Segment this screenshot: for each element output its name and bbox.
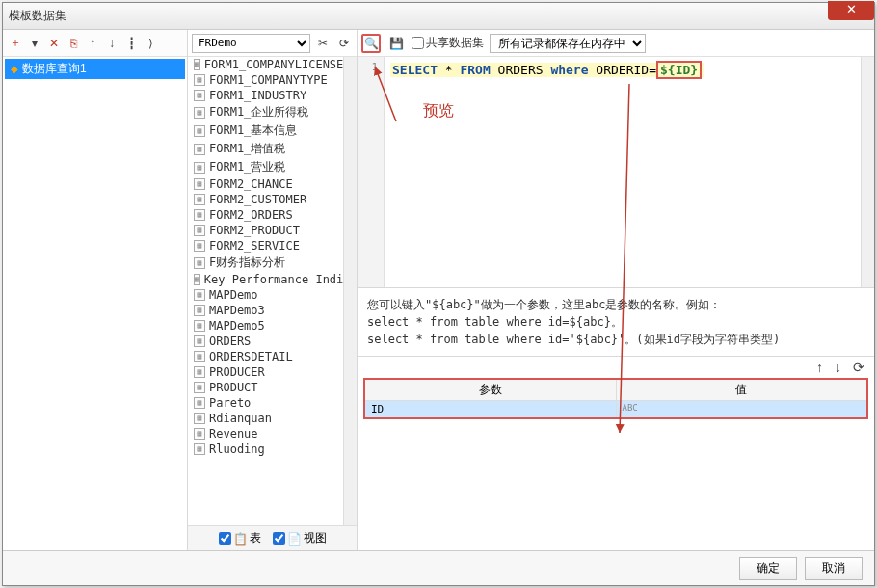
list-item[interactable]: ▦FORM1_INDUSTRY	[188, 88, 343, 103]
up-icon[interactable]: ↑	[84, 35, 101, 52]
cancel-button[interactable]: 取消	[805, 557, 863, 580]
mid-toolbar: FRDemo ✂ ⟳	[188, 30, 357, 57]
table-icon: ▦	[194, 382, 205, 393]
table-icon: ▦	[194, 320, 205, 332]
delete-icon[interactable]: ✕	[45, 35, 63, 52]
left-panel: ＋ ▾ ✕ ⎘ ↑ ↓ ┇ ⟩ ◆ 数据库查询1	[3, 30, 188, 550]
tree-item-label: 数据库查询1	[22, 61, 87, 77]
view-checkbox[interactable]: 📄视图	[273, 530, 327, 547]
param-refresh-icon[interactable]: ⟳	[853, 360, 864, 375]
share-checkbox[interactable]: 共享数据集	[412, 35, 484, 51]
list-item[interactable]: ▦PRODUCT	[188, 380, 343, 395]
list-item[interactable]: ▦ORDERSDETAIL	[188, 349, 343, 364]
down-icon[interactable]: ↓	[103, 35, 120, 52]
list-item[interactable]: ▦FORM1_增值税	[188, 140, 343, 158]
left-toolbar: ＋ ▾ ✕ ⎘ ↑ ↓ ┇ ⟩	[3, 30, 187, 57]
list-item[interactable]: ▦FORM1_基本信息	[188, 121, 343, 140]
sql-editor[interactable]: 1 SELECT * FROM ORDERS where ORDERID=${I…	[358, 57, 874, 288]
list-item[interactable]: ▦FORM2_ORDERS	[188, 207, 343, 223]
list-item[interactable]: ▦MAPDemo	[188, 287, 343, 303]
list-item[interactable]: ▦ORDERS	[188, 334, 343, 349]
list-item[interactable]: ▦FORM2_PRODUCT	[188, 223, 343, 238]
list-item[interactable]: ▦Pareto	[188, 395, 343, 411]
table-icon: ▦	[194, 178, 205, 190]
list-item[interactable]: ▦Rluoding	[188, 441, 343, 457]
cut-icon[interactable]: ✂	[314, 35, 332, 52]
param-row[interactable]: ID ABC	[365, 401, 866, 417]
list-item[interactable]: ▦FORM1_企业所得税	[188, 103, 343, 121]
table-icon: ▦	[194, 209, 205, 221]
table-icon: ▦	[194, 125, 205, 137]
param-highlight: ${ID}	[656, 61, 702, 79]
table-icon: ▦	[194, 351, 205, 362]
tree-item-selected[interactable]: ◆ 数据库查询1	[5, 59, 185, 79]
param-up-icon[interactable]: ↑	[816, 360, 823, 375]
collapse-icon[interactable]: ⟩	[142, 35, 159, 52]
save-icon[interactable]: 💾	[386, 34, 406, 53]
param-toolbar: ↑ ↓ ⟳	[358, 357, 874, 378]
table-icon: ▦	[194, 428, 205, 440]
dataset-tree: ◆ 数据库查询1	[3, 57, 187, 550]
param-down-icon[interactable]: ↓	[835, 360, 841, 375]
mid-footer: 📋表 📄视图	[188, 525, 357, 550]
list-item[interactable]: ▦FORM2_CHANCE	[188, 176, 343, 192]
table-icon: ▦	[194, 74, 205, 86]
table-icon: ▦	[194, 240, 205, 252]
settings-icon[interactable]: ┇	[122, 35, 140, 52]
mid-panel: FRDemo ✂ ⟳ ▦FORM1_COMPANYLICENSE▦FORM1_C…	[188, 30, 358, 550]
window-title: 模板数据集	[7, 8, 870, 24]
table-icon: ▦	[194, 59, 200, 70]
memory-dropdown[interactable]: 所有记录都保存在内存中	[490, 34, 646, 53]
list-item[interactable]: ▦FORM2_CUSTOMER	[188, 192, 343, 207]
dropdown-icon[interactable]: ▾	[26, 35, 43, 52]
table-icon: ▦	[194, 257, 205, 269]
dialog-footer: 确定 取消	[3, 550, 874, 585]
list-item[interactable]: ▦MAPDemo3	[188, 303, 343, 318]
line-gutter: 1	[358, 57, 385, 287]
table-checkbox[interactable]: 📋表	[219, 530, 261, 547]
scrollbar[interactable]	[343, 57, 357, 525]
sql-text[interactable]: SELECT * FROM ORDERS where ORDERID=${ID}…	[385, 57, 861, 287]
table-icon: ▦	[194, 305, 205, 316]
list-item[interactable]: ▦FORM1_COMPANYLICENSE	[188, 57, 343, 72]
list-item[interactable]: ▦FORM1_营业税	[188, 158, 343, 176]
table-icon: ▦	[194, 162, 205, 174]
table-icon: ▦	[194, 194, 205, 205]
table-icon: ▦	[194, 335, 205, 347]
list-item[interactable]: ▦F财务指标分析	[188, 254, 343, 272]
list-item[interactable]: ▦Revenue	[188, 426, 343, 441]
hint-text: 您可以键入"${abc}"做为一个参数，这里abc是参数的名称。例如： sele…	[358, 288, 874, 357]
list-item[interactable]: ▦MAPDemo5	[188, 318, 343, 334]
db-select[interactable]: FRDemo	[192, 34, 310, 53]
dialog-body: ＋ ▾ ✕ ⎘ ↑ ↓ ┇ ⟩ ◆ 数据库查询1	[3, 30, 874, 585]
right-panel: 🔍 💾 共享数据集 所有记录都保存在内存中 1 SELECT * FROM OR…	[358, 30, 874, 550]
table-icon: ▦	[194, 443, 205, 455]
table-icon: ▦	[194, 397, 205, 409]
table-icon: ▦	[194, 225, 205, 236]
table-list[interactable]: ▦FORM1_COMPANYLICENSE▦FORM1_COMPANYTYPE▦…	[188, 57, 343, 525]
db-icon: ◆	[11, 64, 18, 74]
list-item[interactable]: ▦FORM2_SERVICE	[188, 238, 343, 254]
add-icon[interactable]: ＋	[7, 35, 24, 52]
table-icon: ▦	[194, 366, 205, 378]
preview-button[interactable]: 🔍	[361, 34, 381, 53]
refresh-icon[interactable]: ⟳	[335, 35, 353, 52]
list-item[interactable]: ▦Rdianquan	[188, 411, 343, 426]
table-icon: ▦	[194, 144, 205, 155]
table-icon: ▦	[194, 274, 200, 285]
table-icon: ▦	[194, 289, 205, 301]
copy-icon[interactable]: ⎘	[65, 35, 82, 52]
close-button[interactable]: ✕	[828, 1, 874, 20]
param-header: 参数 值	[365, 380, 866, 401]
param-blank	[358, 419, 874, 550]
table-icon: ▦	[194, 90, 205, 101]
table-icon: ▦	[194, 107, 205, 119]
sql-scrollbar[interactable]	[861, 57, 874, 287]
param-table: 参数 值 ID ABC	[363, 378, 868, 419]
ok-button[interactable]: 确定	[739, 557, 797, 580]
list-item[interactable]: ▦Key Performance Indic	[188, 272, 343, 287]
list-item[interactable]: ▦FORM1_COMPANYTYPE	[188, 72, 343, 88]
right-toolbar: 🔍 💾 共享数据集 所有记录都保存在内存中	[358, 30, 874, 57]
list-item[interactable]: ▦PRODUCER	[188, 364, 343, 380]
titlebar: 模板数据集 ✕	[3, 3, 874, 30]
